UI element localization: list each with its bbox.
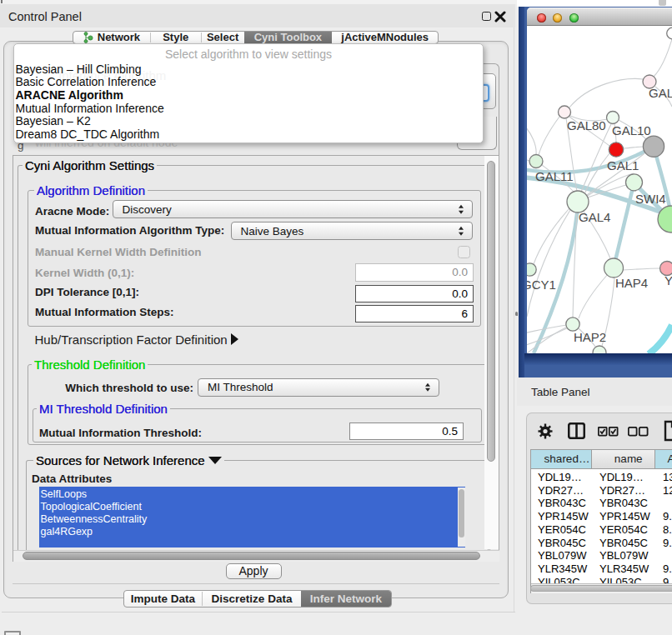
svg-text:GAL1: GAL1 (607, 158, 639, 172)
svg-text:SWI4: SWI4 (635, 192, 666, 206)
svg-text:YJ: YJ (664, 273, 672, 288)
svg-text:GAL4: GAL4 (579, 210, 610, 224)
svg-text:GAL10: GAL10 (612, 123, 651, 138)
svg-text:HAP2: HAP2 (574, 330, 606, 344)
svg-text:HAP4: HAP4 (615, 276, 648, 290)
svg-text:GAL7: GAL7 (649, 86, 672, 100)
svg-text:GAL11: GAL11 (535, 169, 574, 183)
svg-text:GAL80: GAL80 (567, 118, 606, 132)
svg-text:GCY1: GCY1 (527, 278, 556, 292)
